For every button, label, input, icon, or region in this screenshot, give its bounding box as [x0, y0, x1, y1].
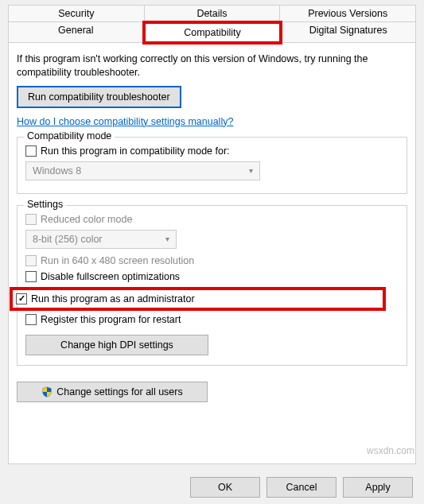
- help-text: If this program isn't working correctly …: [17, 52, 407, 79]
- run-as-admin-label: Run this program as an administrator: [31, 293, 195, 304]
- color-mode-select: 8-bit (256) color ▾: [25, 230, 177, 249]
- tab-container: Security Details Previous Versions Gener…: [0, 0, 424, 43]
- register-restart-label: Register this program for restart: [41, 314, 181, 325]
- compatibility-mode-group: Compatibility mode Run this program in c…: [17, 137, 407, 194]
- chevron-down-icon: ▾: [165, 235, 169, 243]
- tab-digital-signatures[interactable]: Digital Signatures: [281, 22, 416, 43]
- run-as-admin-row: Run this program as an administrator: [10, 287, 386, 311]
- manual-settings-link[interactable]: How do I choose compatibility settings m…: [17, 116, 233, 127]
- compat-mode-checkbox[interactable]: [25, 145, 37, 157]
- tab-content: If this program isn't working correctly …: [8, 43, 416, 464]
- tab-security[interactable]: Security: [8, 5, 145, 22]
- run-640-label: Run in 640 x 480 screen resolution: [41, 255, 194, 266]
- chevron-down-icon: ▾: [249, 166, 253, 175]
- run-as-admin-checkbox[interactable]: [16, 293, 27, 304]
- dialog-footer: OK Cancel Apply: [0, 469, 424, 504]
- tab-general[interactable]: General: [8, 22, 144, 43]
- compat-mode-select[interactable]: Windows 8 ▾: [25, 161, 260, 180]
- watermark: wsxdn.com: [367, 445, 414, 456]
- disable-fullscreen-checkbox[interactable]: [25, 271, 37, 282]
- change-all-users-label: Change settings for all users: [56, 386, 182, 397]
- ok-button[interactable]: OK: [190, 477, 260, 498]
- run-troubleshooter-button[interactable]: Run compatibility troubleshooter: [17, 86, 181, 108]
- disable-fullscreen-label: Disable fullscreen optimizations: [41, 271, 180, 282]
- reduced-color-label: Reduced color mode: [41, 214, 132, 225]
- change-all-users-button[interactable]: Change settings for all users: [17, 382, 208, 402]
- compat-mode-select-value: Windows 8: [33, 165, 81, 176]
- tab-previous-versions[interactable]: Previous Versions: [280, 5, 416, 22]
- color-mode-value: 8-bit (256) color: [33, 234, 103, 245]
- register-restart-checkbox[interactable]: [25, 314, 37, 325]
- cancel-button[interactable]: Cancel: [266, 477, 336, 498]
- compat-mode-title: Compatibility mode: [24, 130, 115, 142]
- settings-title: Settings: [24, 199, 66, 210]
- apply-button[interactable]: Apply: [343, 477, 413, 498]
- reduced-color-checkbox: [25, 214, 37, 225]
- change-dpi-button[interactable]: Change high DPI settings: [25, 335, 208, 355]
- compat-mode-label: Run this program in compatibility mode f…: [41, 145, 230, 157]
- properties-dialog: Security Details Previous Versions Gener…: [0, 0, 424, 504]
- tab-compatibility[interactable]: Compatibility: [142, 21, 283, 45]
- shield-icon: [41, 386, 53, 397]
- run-640-checkbox: [25, 255, 37, 266]
- settings-group: Settings Reduced color mode 8-bit (256) …: [17, 205, 407, 366]
- tab-details[interactable]: Details: [145, 5, 281, 22]
